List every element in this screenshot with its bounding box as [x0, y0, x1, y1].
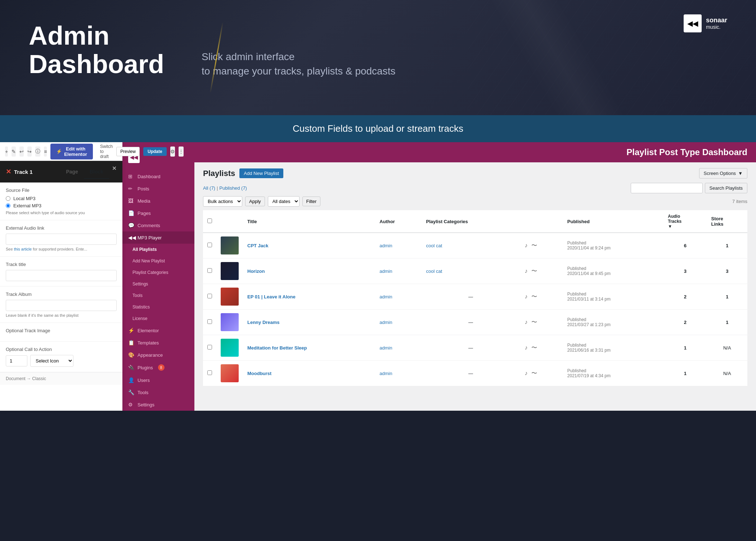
music-note-icon[interactable]: ♪	[524, 344, 528, 352]
sidebar-item-mp3-player[interactable]: ◀◀ MP3 Player	[122, 231, 194, 244]
preview-button[interactable]: Preview	[116, 147, 140, 156]
sidebar-item-tools[interactable]: Tools	[122, 290, 194, 301]
edit-with-elementor-button[interactable]: ⚡ Edit with Elementor	[50, 144, 93, 159]
sidebar-item-templates[interactable]: 📋 Templates	[122, 337, 194, 349]
edit-elementor-label: Edit with Elementor	[64, 146, 87, 157]
close-block-icon[interactable]: ✕	[6, 168, 11, 176]
close-tabs-icon[interactable]: ✕	[112, 165, 117, 178]
sidebar-item-dashboard[interactable]: ⊞ Dashboard	[122, 170, 194, 182]
more-icon[interactable]: ⋮	[179, 146, 184, 157]
switch-to-draft-btn[interactable]: Switch to draft	[100, 144, 113, 159]
pencil-icon[interactable]: ✎	[12, 146, 16, 157]
sidebar-item-appearance[interactable]: 🎨 Appearance	[122, 349, 194, 361]
undo-icon[interactable]: ↩	[19, 146, 24, 157]
row-checkbox[interactable]	[207, 370, 212, 375]
sidebar-item-all-playlists[interactable]: All Playlists	[122, 244, 194, 255]
music-note-icon[interactable]: ♪	[524, 242, 528, 249]
row-checkbox[interactable]	[207, 319, 212, 324]
bulk-actions-select[interactable]: Bulk actions	[203, 196, 242, 207]
waveform-icon[interactable]: 〜	[531, 241, 538, 250]
playlists-content: Playlists Add New Playlist Screen Option…	[194, 162, 756, 392]
date-filter-select[interactable]: All dates	[268, 196, 300, 207]
sidebar-item-users[interactable]: 👤 Users	[122, 374, 194, 386]
optional-track-image-field: Optional Track Image	[0, 323, 122, 342]
playlist-title-link[interactable]: CPT Jack	[247, 243, 269, 248]
author-link[interactable]: admin	[379, 294, 392, 299]
sidebar-item-settings-wp[interactable]: ⚙ Settings	[122, 398, 194, 411]
waveform-icon[interactable]: 〜	[531, 369, 538, 378]
playlist-title-link[interactable]: Meditation for Better Sleep	[247, 345, 307, 351]
playlist-thumbnail	[221, 288, 239, 306]
waveform-icon[interactable]: 〜	[531, 343, 538, 352]
optional-cta-field: Optional Call to Action Select Icon	[0, 342, 122, 372]
published-date: 2021/03/27 at 1:23 pm	[567, 322, 659, 327]
waveform-icon[interactable]: 〜	[531, 318, 538, 327]
filter-button[interactable]: Filter	[302, 197, 321, 206]
author-link[interactable]: admin	[379, 320, 392, 325]
local-mp3-label: Local MP3	[13, 196, 35, 201]
author-link[interactable]: admin	[379, 243, 392, 248]
sidebar-item-playlist-categories[interactable]: Playlist Categories	[122, 267, 194, 278]
author-link[interactable]: admin	[379, 371, 392, 376]
sidebar-item-license[interactable]: License	[122, 313, 194, 324]
sidebar-item-add-new-playlist[interactable]: Add New Playlist	[122, 255, 194, 267]
external-mp3-radio[interactable]	[6, 203, 10, 208]
info-icon[interactable]: ⓘ	[35, 146, 40, 157]
apply-button[interactable]: Apply	[245, 197, 265, 206]
track-album-input[interactable]	[6, 300, 117, 311]
playlist-title-link[interactable]: Lenny Dreams	[247, 320, 280, 325]
screen-options-button[interactable]: Screen Options ▼	[699, 168, 747, 179]
tab-block[interactable]: Block	[84, 165, 109, 179]
author-link[interactable]: admin	[379, 269, 392, 274]
category-link[interactable]: cool cat	[426, 243, 442, 248]
store-links-count: N/A	[707, 361, 747, 386]
col-categories: Playlist Categories	[422, 210, 519, 233]
sidebar-item-label-add-new: Add New Playlist	[132, 258, 165, 263]
row-checkbox[interactable]	[207, 243, 212, 247]
row-checkbox[interactable]	[207, 345, 212, 350]
sidebar-item-comments[interactable]: 💬 Comments	[122, 219, 194, 231]
music-note-icon[interactable]: ♪	[524, 369, 528, 377]
sidebar-item-statistics[interactable]: Statistics	[122, 301, 194, 313]
row-checkbox[interactable]	[207, 294, 212, 298]
select-all-checkbox[interactable]	[207, 218, 212, 223]
sidebar-item-posts[interactable]: ✏ Posts	[122, 182, 194, 195]
sidebar-item-elementor[interactable]: ⚡ Elementor	[122, 324, 194, 337]
sidebar-item-tools[interactable]: 🔧 Tools	[122, 386, 194, 398]
external-audio-input[interactable]	[6, 234, 117, 245]
music-note-icon[interactable]: ♪	[524, 293, 528, 301]
search-playlists-button[interactable]: Search Playlists	[705, 183, 747, 193]
music-note-icon[interactable]: ♪	[524, 267, 528, 275]
dashboard-icon: ⊞	[128, 173, 134, 179]
filter-link-published[interactable]: Published (7)	[219, 184, 247, 192]
waveform-icon[interactable]: 〜	[531, 267, 538, 276]
add-icon[interactable]: +	[5, 146, 8, 157]
filter-link-all[interactable]: All (7)	[203, 184, 215, 192]
update-button[interactable]: Update	[143, 147, 167, 156]
article-link[interactable]: this article	[14, 247, 32, 251]
add-new-playlist-button[interactable]: Add New Playlist	[239, 168, 283, 178]
local-mp3-radio[interactable]	[6, 196, 10, 201]
tools-icon: 🔧	[128, 389, 134, 395]
category-link[interactable]: cool cat	[426, 269, 442, 274]
playlist-title-link[interactable]: Horizon	[247, 269, 265, 274]
cta-select-icon[interactable]: Select Icon	[30, 355, 73, 367]
redo-icon[interactable]: ↪	[27, 146, 32, 157]
sidebar-item-settings[interactable]: Settings	[122, 278, 194, 290]
author-link[interactable]: admin	[379, 345, 392, 351]
playlist-title-link[interactable]: EP 01 | Leave it Alone	[247, 294, 296, 299]
tab-page[interactable]: Page	[60, 165, 84, 179]
sort-audio-icon[interactable]: ▼	[668, 224, 672, 229]
playlist-title-link[interactable]: Moodburst	[247, 371, 271, 376]
settings-icon[interactable]: ⚙	[170, 146, 175, 157]
track-title-input[interactable]	[6, 270, 117, 281]
waveform-icon[interactable]: 〜	[531, 292, 538, 301]
music-note-icon[interactable]: ♪	[524, 318, 528, 326]
cta-number-input[interactable]	[6, 355, 27, 366]
search-playlists-input[interactable]	[631, 183, 703, 193]
sidebar-item-media[interactable]: 🖼 Media	[122, 195, 194, 207]
row-checkbox[interactable]	[207, 268, 212, 273]
sidebar-item-plugins[interactable]: 🔌 Plugins 8	[122, 361, 194, 374]
sidebar-item-pages[interactable]: 📄 Pages	[122, 207, 194, 219]
menu-icon[interactable]: ≡	[44, 146, 47, 157]
